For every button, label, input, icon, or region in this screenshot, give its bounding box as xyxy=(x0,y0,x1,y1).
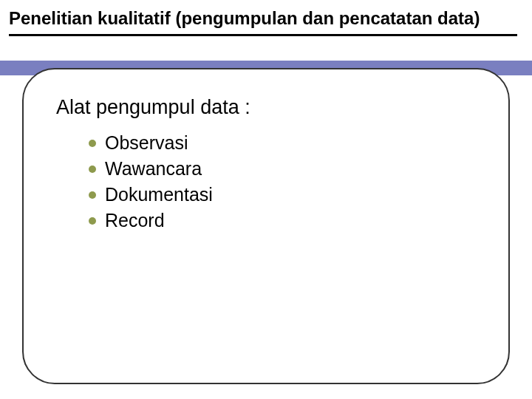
bullet-text: Wawancara xyxy=(105,158,202,180)
list-item: Dokumentasi xyxy=(89,184,476,205)
section-heading: Alat pengumpul data : xyxy=(56,96,476,119)
bullet-icon xyxy=(89,191,96,199)
list-item: Wawancara xyxy=(89,158,476,180)
bullet-text: Record xyxy=(105,210,165,231)
title-underline xyxy=(9,34,517,36)
content-box: Alat pengumpul data : Observasi Wawancar… xyxy=(22,68,510,384)
list-item: Record xyxy=(89,210,476,231)
bullet-icon xyxy=(89,140,96,147)
bullet-icon xyxy=(89,166,96,173)
slide-title: Penelitian kualitatif (pengumpulan dan p… xyxy=(9,7,517,30)
slide-title-block: Penelitian kualitatif (pengumpulan dan p… xyxy=(9,7,517,36)
bullet-icon xyxy=(89,217,96,225)
bullet-list: Observasi Wawancara Dokumentasi Record xyxy=(89,132,476,231)
bullet-text: Observasi xyxy=(105,132,188,154)
bullet-text: Dokumentasi xyxy=(105,184,213,205)
list-item: Observasi xyxy=(89,132,476,154)
